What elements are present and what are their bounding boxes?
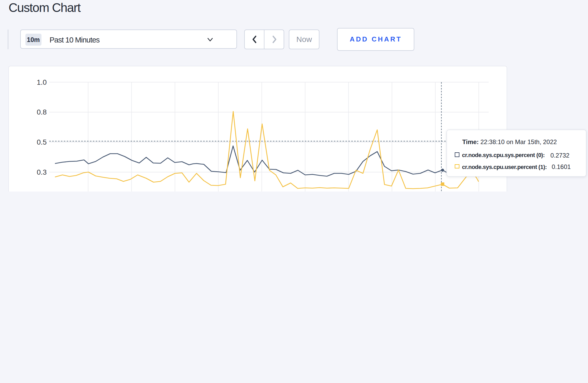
svg-text:0.8: 0.8: [37, 108, 47, 116]
svg-text:1.0: 1.0: [37, 78, 47, 86]
svg-text:0.3: 0.3: [37, 168, 47, 176]
svg-text:0.5: 0.5: [37, 138, 47, 146]
